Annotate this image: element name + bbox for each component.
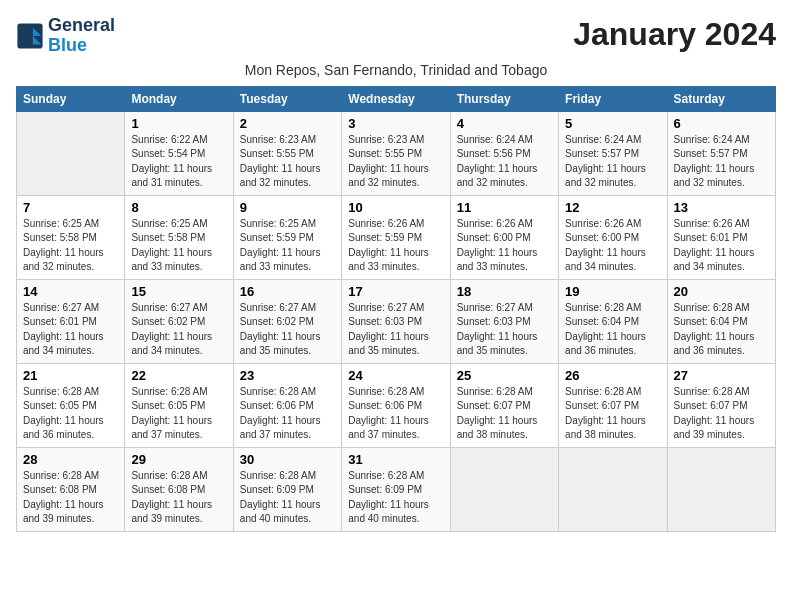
day-info: Sunrise: 6:27 AMSunset: 6:02 PMDaylight:…: [131, 301, 226, 359]
day-info: Sunrise: 6:24 AMSunset: 5:56 PMDaylight:…: [457, 133, 552, 191]
day-info: Sunrise: 6:28 AMSunset: 6:05 PMDaylight:…: [23, 385, 118, 443]
calendar-cell: 15Sunrise: 6:27 AMSunset: 6:02 PMDayligh…: [125, 279, 233, 363]
day-number: 10: [348, 200, 443, 215]
calendar-cell: 5Sunrise: 6:24 AMSunset: 5:57 PMDaylight…: [559, 111, 667, 195]
day-number: 4: [457, 116, 552, 131]
day-number: 30: [240, 452, 335, 467]
calendar-cell: 2Sunrise: 6:23 AMSunset: 5:55 PMDaylight…: [233, 111, 341, 195]
day-number: 23: [240, 368, 335, 383]
day-info: Sunrise: 6:28 AMSunset: 6:04 PMDaylight:…: [565, 301, 660, 359]
calendar-cell: 13Sunrise: 6:26 AMSunset: 6:01 PMDayligh…: [667, 195, 775, 279]
calendar-cell: 14Sunrise: 6:27 AMSunset: 6:01 PMDayligh…: [17, 279, 125, 363]
day-info: Sunrise: 6:28 AMSunset: 6:06 PMDaylight:…: [348, 385, 443, 443]
day-number: 20: [674, 284, 769, 299]
calendar-cell: 22Sunrise: 6:28 AMSunset: 6:05 PMDayligh…: [125, 363, 233, 447]
day-info: Sunrise: 6:26 AMSunset: 6:00 PMDaylight:…: [457, 217, 552, 275]
day-number: 15: [131, 284, 226, 299]
day-number: 13: [674, 200, 769, 215]
day-number: 31: [348, 452, 443, 467]
calendar-cell: 21Sunrise: 6:28 AMSunset: 6:05 PMDayligh…: [17, 363, 125, 447]
day-info: Sunrise: 6:25 AMSunset: 5:58 PMDaylight:…: [131, 217, 226, 275]
day-info: Sunrise: 6:26 AMSunset: 6:01 PMDaylight:…: [674, 217, 769, 275]
day-number: 26: [565, 368, 660, 383]
location-subtitle: Mon Repos, San Fernando, Trinidad and To…: [16, 62, 776, 78]
calendar-cell: 4Sunrise: 6:24 AMSunset: 5:56 PMDaylight…: [450, 111, 558, 195]
calendar-cell: 3Sunrise: 6:23 AMSunset: 5:55 PMDaylight…: [342, 111, 450, 195]
day-info: Sunrise: 6:27 AMSunset: 6:03 PMDaylight:…: [457, 301, 552, 359]
day-info: Sunrise: 6:28 AMSunset: 6:04 PMDaylight:…: [674, 301, 769, 359]
day-info: Sunrise: 6:23 AMSunset: 5:55 PMDaylight:…: [348, 133, 443, 191]
day-number: 22: [131, 368, 226, 383]
calendar-cell: 29Sunrise: 6:28 AMSunset: 6:08 PMDayligh…: [125, 447, 233, 531]
day-number: 1: [131, 116, 226, 131]
day-info: Sunrise: 6:28 AMSunset: 6:09 PMDaylight:…: [348, 469, 443, 527]
day-number: 14: [23, 284, 118, 299]
calendar-cell: 31Sunrise: 6:28 AMSunset: 6:09 PMDayligh…: [342, 447, 450, 531]
day-info: Sunrise: 6:28 AMSunset: 6:09 PMDaylight:…: [240, 469, 335, 527]
page-header: General Blue January 2024: [16, 16, 776, 56]
calendar-cell: 9Sunrise: 6:25 AMSunset: 5:59 PMDaylight…: [233, 195, 341, 279]
weekday-header-monday: Monday: [125, 86, 233, 111]
calendar-cell: 28Sunrise: 6:28 AMSunset: 6:08 PMDayligh…: [17, 447, 125, 531]
day-info: Sunrise: 6:26 AMSunset: 6:00 PMDaylight:…: [565, 217, 660, 275]
day-info: Sunrise: 6:28 AMSunset: 6:08 PMDaylight:…: [23, 469, 118, 527]
day-number: 24: [348, 368, 443, 383]
calendar-cell: [17, 111, 125, 195]
calendar-cell: 17Sunrise: 6:27 AMSunset: 6:03 PMDayligh…: [342, 279, 450, 363]
calendar-cell: 8Sunrise: 6:25 AMSunset: 5:58 PMDaylight…: [125, 195, 233, 279]
month-title: January 2024: [573, 16, 776, 53]
weekday-header-sunday: Sunday: [17, 86, 125, 111]
day-info: Sunrise: 6:25 AMSunset: 5:59 PMDaylight:…: [240, 217, 335, 275]
calendar-week-row: 1Sunrise: 6:22 AMSunset: 5:54 PMDaylight…: [17, 111, 776, 195]
day-info: Sunrise: 6:23 AMSunset: 5:55 PMDaylight:…: [240, 133, 335, 191]
day-info: Sunrise: 6:26 AMSunset: 5:59 PMDaylight:…: [348, 217, 443, 275]
calendar-cell: 18Sunrise: 6:27 AMSunset: 6:03 PMDayligh…: [450, 279, 558, 363]
day-number: 8: [131, 200, 226, 215]
calendar-cell: 20Sunrise: 6:28 AMSunset: 6:04 PMDayligh…: [667, 279, 775, 363]
day-number: 5: [565, 116, 660, 131]
day-number: 18: [457, 284, 552, 299]
weekday-header-thursday: Thursday: [450, 86, 558, 111]
logo: General Blue: [16, 16, 115, 56]
day-info: Sunrise: 6:28 AMSunset: 6:07 PMDaylight:…: [565, 385, 660, 443]
calendar-cell: 7Sunrise: 6:25 AMSunset: 5:58 PMDaylight…: [17, 195, 125, 279]
day-number: 28: [23, 452, 118, 467]
calendar-week-row: 14Sunrise: 6:27 AMSunset: 6:01 PMDayligh…: [17, 279, 776, 363]
calendar-week-row: 21Sunrise: 6:28 AMSunset: 6:05 PMDayligh…: [17, 363, 776, 447]
day-info: Sunrise: 6:27 AMSunset: 6:01 PMDaylight:…: [23, 301, 118, 359]
weekday-header-tuesday: Tuesday: [233, 86, 341, 111]
weekday-header-row: SundayMondayTuesdayWednesdayThursdayFrid…: [17, 86, 776, 111]
calendar-week-row: 28Sunrise: 6:28 AMSunset: 6:08 PMDayligh…: [17, 447, 776, 531]
day-number: 2: [240, 116, 335, 131]
calendar-cell: 23Sunrise: 6:28 AMSunset: 6:06 PMDayligh…: [233, 363, 341, 447]
day-info: Sunrise: 6:24 AMSunset: 5:57 PMDaylight:…: [565, 133, 660, 191]
day-info: Sunrise: 6:22 AMSunset: 5:54 PMDaylight:…: [131, 133, 226, 191]
weekday-header-wednesday: Wednesday: [342, 86, 450, 111]
calendar-cell: 25Sunrise: 6:28 AMSunset: 6:07 PMDayligh…: [450, 363, 558, 447]
day-number: 29: [131, 452, 226, 467]
day-info: Sunrise: 6:25 AMSunset: 5:58 PMDaylight:…: [23, 217, 118, 275]
weekday-header-saturday: Saturday: [667, 86, 775, 111]
calendar-cell: 6Sunrise: 6:24 AMSunset: 5:57 PMDaylight…: [667, 111, 775, 195]
day-number: 21: [23, 368, 118, 383]
title-area: January 2024: [573, 16, 776, 53]
calendar-cell: 10Sunrise: 6:26 AMSunset: 5:59 PMDayligh…: [342, 195, 450, 279]
calendar-cell: 26Sunrise: 6:28 AMSunset: 6:07 PMDayligh…: [559, 363, 667, 447]
day-number: 17: [348, 284, 443, 299]
calendar-week-row: 7Sunrise: 6:25 AMSunset: 5:58 PMDaylight…: [17, 195, 776, 279]
logo-icon: [16, 22, 44, 50]
day-info: Sunrise: 6:28 AMSunset: 6:08 PMDaylight:…: [131, 469, 226, 527]
day-number: 12: [565, 200, 660, 215]
day-number: 25: [457, 368, 552, 383]
calendar-cell: 16Sunrise: 6:27 AMSunset: 6:02 PMDayligh…: [233, 279, 341, 363]
calendar-cell: 12Sunrise: 6:26 AMSunset: 6:00 PMDayligh…: [559, 195, 667, 279]
day-number: 19: [565, 284, 660, 299]
day-number: 6: [674, 116, 769, 131]
calendar-cell: 19Sunrise: 6:28 AMSunset: 6:04 PMDayligh…: [559, 279, 667, 363]
calendar-cell: 1Sunrise: 6:22 AMSunset: 5:54 PMDaylight…: [125, 111, 233, 195]
day-number: 7: [23, 200, 118, 215]
day-info: Sunrise: 6:27 AMSunset: 6:02 PMDaylight:…: [240, 301, 335, 359]
day-info: Sunrise: 6:28 AMSunset: 6:07 PMDaylight:…: [674, 385, 769, 443]
day-info: Sunrise: 6:28 AMSunset: 6:05 PMDaylight:…: [131, 385, 226, 443]
calendar-cell: 27Sunrise: 6:28 AMSunset: 6:07 PMDayligh…: [667, 363, 775, 447]
